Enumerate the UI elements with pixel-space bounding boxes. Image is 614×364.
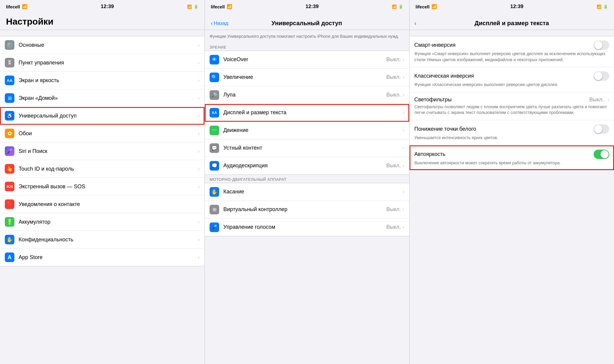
classic-inversion-label: Классическая инверсия — [414, 73, 474, 79]
accessibility-item-zoom[interactable]: 🔍 Увеличение Выкл. › — [205, 69, 409, 86]
settings-item-wallpaper[interactable]: ✿ Обои › — [0, 125, 204, 142]
settings-item-contact-notif[interactable]: 🔴 Уведомления о контакте — [0, 195, 204, 213]
audiodesc-icon: 💭 — [210, 161, 219, 171]
contact-notif-label: Уведомления о контакте — [19, 201, 200, 207]
signal-icon-3: 📶 — [597, 4, 601, 9]
touchid-icon: 👆 — [5, 164, 14, 174]
siri-label: Siri и Поиск — [19, 148, 198, 154]
setting-color-filters[interactable]: Светофильтры Выкл. › Светофильтры позвол… — [410, 92, 614, 120]
accessibility-list: ЗРЕНИЕ 👁 VoiceOver Выкл. › 🔍 Увеличение … — [205, 43, 409, 364]
settings-item-control[interactable]: 🎛 Пункт управления › — [0, 54, 204, 72]
sos-label: Экстренный вызов — SOS — [19, 183, 198, 190]
display-text-panel: lifecell 📶 12:39 📶 🔋 ‹ Дисплей и размер … — [410, 0, 614, 364]
lupa-chevron: › — [403, 92, 404, 98]
basic-label: Основные — [19, 42, 198, 48]
page-title-1: Настройки — [6, 16, 198, 27]
settings-item-sos[interactable]: SOS Экстренный вызов — SOS › — [0, 178, 204, 195]
back-chevron-3: ‹ — [414, 20, 416, 27]
nav-bar-3: ‹ Дисплей и размер текста — [410, 13, 614, 30]
status-left-3: lifecell 📶 — [416, 4, 437, 9]
audiodesc-value: Выкл. — [386, 163, 401, 169]
status-right-3: 📶 🔋 — [597, 4, 608, 9]
carrier-2: lifecell — [211, 4, 225, 9]
control-icon: 🎛 — [5, 58, 14, 67]
privacy-label: Конфиденциальность — [19, 237, 198, 243]
setting-classic-inversion: Классическая инверсия Функция «Классичес… — [410, 67, 614, 92]
classic-inversion-desc: Функция «Классическая инверсия» выполняе… — [414, 82, 609, 88]
settings-item-privacy[interactable]: ✋ Конфиденциальность › — [0, 231, 204, 249]
zoom-label: Увеличение — [223, 74, 386, 80]
settings-item-home[interactable]: ⊞ Экран «Домой» › — [0, 89, 204, 107]
touchid-chevron: › — [198, 166, 200, 172]
smart-inversion-toggle[interactable] — [594, 40, 609, 50]
accessibility-description: Функции Универсального доступа помогают … — [210, 34, 399, 39]
reduce-white-row: Понижение точки белого — [414, 124, 609, 134]
display-text-list: Смарт-инверсия Функция «Смарт-инверсия» … — [410, 30, 614, 364]
appstore-icon: A — [5, 252, 14, 262]
accessibility-item-voiceover[interactable]: 👁 VoiceOver Выкл. › — [205, 51, 409, 69]
signal-icon-1: 📶 — [187, 4, 192, 9]
display-icon: AA — [5, 76, 14, 85]
settings-item-accessibility[interactable]: ♿ Универсальный доступ › — [0, 107, 204, 125]
reduce-white-toggle[interactable] — [594, 124, 609, 134]
accessibility-item-motion[interactable]: 〰 Движение › — [205, 122, 409, 139]
back-chevron-2: ‹ — [211, 20, 213, 27]
reduce-white-knob — [594, 125, 602, 133]
section-header-motor: МОТОРНО-ДВИГАТЕЛЬНЫЙ АППАРАТ — [205, 175, 409, 183]
settings-item-battery[interactable]: 🔋 Аккумулятор › — [0, 213, 204, 231]
virtual-ctrl-icon: ⊞ — [210, 205, 219, 214]
accessibility-item-audiodesc[interactable]: 💭 Аудиодескрипция Выкл. › — [205, 157, 409, 175]
battery-icon-2: 🔋 — [398, 4, 403, 9]
auto-brightness-desc: Выключение автояркости может сократить в… — [414, 160, 609, 166]
back-button-2[interactable]: ‹ Назад — [211, 20, 228, 27]
accessibility-item-lupa[interactable]: 🔎 Лупа Выкл. › — [205, 86, 409, 104]
auto-brightness-toggle[interactable] — [594, 150, 609, 159]
settings-item-appstore[interactable]: A App Store › — [0, 249, 204, 266]
signal-icon-2: 📶 — [392, 4, 397, 9]
auto-brightness-row: Автояркость — [414, 150, 609, 159]
accessibility-item-touch[interactable]: ✋ Касание › — [205, 183, 409, 201]
carrier-1: lifecell — [6, 4, 20, 9]
status-bar-1: lifecell 📶 12:39 📶 🔋 — [0, 0, 204, 13]
setting-reduce-white: Понижение точки белого Уменьшается интен… — [410, 120, 614, 145]
display-chevron: › — [198, 77, 200, 84]
classic-inversion-toggle[interactable] — [594, 71, 609, 81]
reduce-white-label: Понижение точки белого — [414, 126, 476, 132]
reduce-white-desc: Уменьшается интенсивность ярких цветов. — [414, 135, 609, 141]
accessibility-item-voice-ctrl[interactable]: 🎤 Управление голосом Выкл. › — [205, 219, 409, 236]
home-label: Экран «Домой» — [19, 95, 198, 101]
auto-brightness-label: Автояркость — [414, 151, 446, 157]
accessibility-item-spoken[interactable]: 💬 Устный контент › — [205, 139, 409, 157]
classic-inversion-knob — [594, 72, 602, 80]
wifi-icon-1: 📶 — [22, 4, 28, 9]
display-text-chevron: › — [403, 109, 404, 116]
smart-inversion-desc: Функция «Смарт-инверсия» выполняет ревер… — [414, 51, 609, 63]
color-filters-row: Светофильтры Выкл. › — [414, 97, 609, 103]
lupa-icon: 🔎 — [210, 90, 219, 100]
color-filters-value: Выкл. — [589, 97, 604, 103]
appstore-label: App Store — [19, 254, 198, 261]
status-left-2: lifecell 📶 — [211, 4, 232, 9]
settings-item-touchid[interactable]: 👆 Touch ID и код-пароль › — [0, 160, 204, 178]
settings-item-siri[interactable]: 🎤 Siri и Поиск › — [0, 142, 204, 160]
accessibility-icon: ♿ — [5, 111, 14, 121]
smart-inversion-label: Смарт-инверсия — [414, 42, 455, 48]
status-bar-2: lifecell 📶 12:39 📶 🔋 — [205, 0, 409, 13]
status-bar-3: lifecell 📶 12:39 📶 🔋 — [410, 0, 614, 13]
display-label: Экран и яркость — [19, 77, 198, 84]
siri-icon: 🎤 — [5, 146, 14, 156]
back-button-3[interactable]: ‹ — [414, 20, 416, 27]
spoken-label: Устный контент — [223, 145, 403, 151]
voice-ctrl-icon: 🎤 — [210, 222, 219, 232]
accessibility-panel: lifecell 📶 12:39 📶 🔋 ‹ Назад Универсальн… — [205, 0, 410, 364]
accessibility-item-display-text[interactable]: AA Дисплей и размер текста › — [205, 104, 409, 122]
control-label: Пункт управления — [19, 60, 198, 66]
accessibility-item-virtual-ctrl[interactable]: ⊞ Виртуальный контроллер Выкл. › — [205, 201, 409, 219]
setting-auto-brightness: Автояркость Выключение автояркости может… — [410, 145, 614, 170]
settings-item-basic[interactable]: ⚙️ Основные › — [0, 36, 204, 54]
home-icon: ⊞ — [5, 93, 14, 103]
wallpaper-chevron: › — [198, 130, 200, 137]
settings-item-display[interactable]: AA Экран и яркость › — [0, 72, 204, 89]
classic-inversion-row: Классическая инверсия — [414, 71, 609, 81]
lupa-value: Выкл. — [386, 92, 401, 98]
